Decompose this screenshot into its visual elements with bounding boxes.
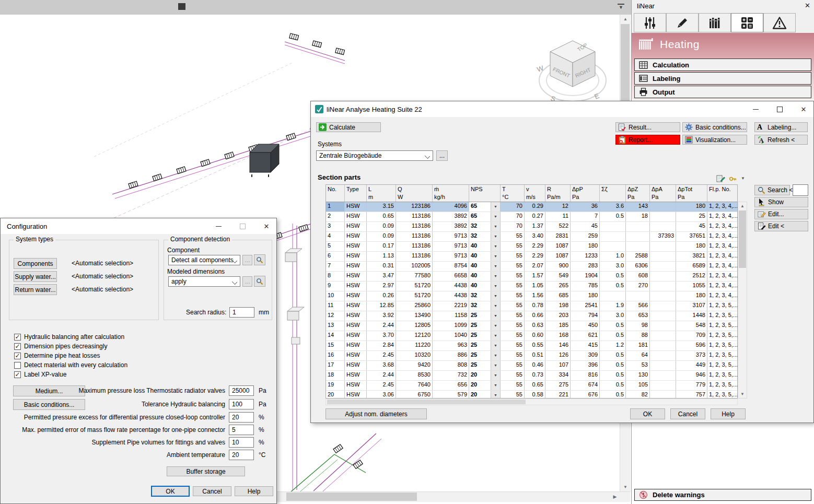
cancel-button[interactable]: Cancel <box>193 486 231 496</box>
table-row[interactable]: 1HSW3.15123186409665▼700.2912363.6143180… <box>326 202 737 212</box>
nps-dropdown-icon[interactable]: ▼ <box>491 321 501 331</box>
column-header-type[interactable]: Type <box>345 185 367 202</box>
component-browse-button[interactable]: ... <box>242 255 252 265</box>
nps-dropdown-icon[interactable]: ▼ <box>491 272 501 281</box>
table-row[interactable]: 3HSW0.09113186389232▼701.3752245451, 2, … <box>326 222 737 232</box>
tab-sliders[interactable] <box>634 13 666 32</box>
dropdown-icon[interactable]: ▼ <box>741 176 745 181</box>
section-parts-table[interactable]: No.TypeLmQWṁkg/hNPST°Cvm/sRPa/mΔpPPaΣζΔp… <box>325 184 738 398</box>
table-row[interactable]: 2HSW0.65113186389265▼700.271170.518251, … <box>326 212 737 222</box>
ok-button[interactable]: OK <box>151 486 190 497</box>
component-search-button[interactable] <box>254 254 265 265</box>
return-water-button[interactable]: Return water... <box>14 284 57 295</box>
dialog-title-bar[interactable]: Configuration ✕ <box>1 218 276 234</box>
nps-dropdown-icon[interactable]: ▼ <box>491 262 501 271</box>
dialog-title-bar[interactable]: liNear Analyse Heating Suite 22 ✕ <box>311 101 813 117</box>
edit-button[interactable]: Edit < <box>754 221 808 231</box>
table-row[interactable]: 15HSW2.841122096325▼550.551464151.218159… <box>326 341 737 351</box>
table-row[interactable]: 4HSW0.09113186971332▼553.402831259373933… <box>326 232 737 242</box>
delete-warnings-button[interactable]: Delete warnings <box>634 489 811 501</box>
scrollbar-thumb[interactable] <box>327 400 526 404</box>
help-button[interactable]: Help <box>711 408 746 419</box>
search-input[interactable] <box>793 184 808 196</box>
supply-water-button[interactable]: Supply water... <box>14 271 57 282</box>
nps-dropdown-icon[interactable]: ▼ <box>491 222 501 231</box>
scroll-up-icon[interactable]: ▲ <box>738 202 747 210</box>
column-header-q[interactable]: QW <box>396 185 433 202</box>
panel-button-calculation[interactable]: Calculation <box>634 58 811 71</box>
table-row[interactable]: 16HSW2.451032088625▼550.511263090.564373… <box>326 351 737 361</box>
checkbox-hydraulic-balancing-after-calculation[interactable]: ✓ <box>14 334 21 341</box>
nps-dropdown-icon[interactable]: ▼ <box>491 311 501 321</box>
nps-dropdown-icon[interactable]: ▼ <box>491 391 501 398</box>
scrollbar-thumb[interactable] <box>621 24 630 102</box>
table-row[interactable]: 6HSW1.13113186971340▼552.29108712331.025… <box>326 252 737 262</box>
nps-dropdown-icon[interactable]: ▼ <box>491 202 501 212</box>
scroll-up-icon[interactable]: ▲ <box>620 15 631 24</box>
nps-dropdown-icon[interactable]: ▼ <box>491 381 501 390</box>
table-row[interactable]: 19HSW2.45764065620▼550.652756740.5105779… <box>326 381 737 391</box>
table-vertical-scrollbar[interactable]: ▲ ▼ <box>738 202 747 398</box>
table-row[interactable]: 10HSW0.2651720443832▼551.566851801801, 2… <box>326 291 737 301</box>
minimize-button[interactable] <box>208 218 228 234</box>
column-header-pp[interactable]: ΔpPPa <box>571 185 600 202</box>
edit-button[interactable]: Edit... <box>754 209 808 219</box>
table-row[interactable]: 14HSW3.7012120104025▼550.601686210.58870… <box>326 331 737 341</box>
modeled-dimensions-combobox[interactable]: apply <box>168 276 240 287</box>
column-header-v[interactable]: vm/s <box>525 185 545 202</box>
close-icon[interactable]: ✕ <box>805 2 810 9</box>
column-header-[interactable]: Σζ <box>600 185 626 202</box>
refresh-button[interactable]: ARefresh < <box>754 135 808 145</box>
nps-dropdown-icon[interactable]: ▼ <box>491 351 501 360</box>
modeled-search-button[interactable] <box>254 276 265 287</box>
checkbox-determine-pipe-heat-losses[interactable]: ✓ <box>14 353 21 359</box>
column-header-pz[interactable]: ΔpZPa <box>626 185 650 202</box>
systems-browse-button[interactable]: ... <box>436 150 448 161</box>
column-header-l[interactable]: Lm <box>367 185 396 202</box>
doc-pencil-icon[interactable] <box>716 174 725 183</box>
cancel-button[interactable]: Cancel <box>670 408 705 419</box>
show-button[interactable]: Show <box>754 197 808 207</box>
column-header-fl-p-no[interactable]: Fl.p. No. <box>707 185 738 202</box>
param-input-permitted-pressure-excess-for-[interactable]: 20 <box>229 412 254 423</box>
column-header-nps[interactable]: NPS <box>469 185 501 202</box>
buffer-storage-button[interactable]: Buffer storage <box>167 466 245 476</box>
visualization-button[interactable]: Visualization... <box>682 135 747 145</box>
param-input-max-permitted-error-of-mass-fl[interactable]: 5 <box>229 425 254 435</box>
panel-button-labeling[interactable]: Labeling <box>634 72 811 85</box>
checkbox-detect-material-with-every-calculation[interactable] <box>14 362 21 369</box>
column-header-pa[interactable]: ΔpAPa <box>650 185 676 202</box>
nps-dropdown-icon[interactable]: ▼ <box>491 242 501 251</box>
nps-dropdown-icon[interactable]: ▼ <box>491 282 501 291</box>
nps-dropdown-icon[interactable]: ▼ <box>491 301 501 311</box>
table-row[interactable]: 8HSW3.4777580665840▼551.5754919040.56082… <box>326 272 737 282</box>
table-row[interactable]: 5HSW0.17113186971340▼552.2910871801801, … <box>326 242 737 252</box>
tab-pencil[interactable] <box>666 13 699 32</box>
report-button[interactable]: Report... <box>615 135 680 145</box>
column-header-t[interactable]: T°C <box>501 185 525 202</box>
search-radius-input[interactable]: 1 <box>229 307 254 318</box>
systems-combobox[interactable]: Zentrale Bürogebäude <box>316 150 433 161</box>
nps-dropdown-icon[interactable]: ▼ <box>491 252 501 261</box>
basic-conditions-button[interactable]: Basic conditions... <box>682 122 747 132</box>
column-header-ptot[interactable]: ΔpTotPa <box>676 185 707 202</box>
modeled-browse-button[interactable]: ... <box>242 276 252 287</box>
column-header-no[interactable]: No. <box>326 185 345 202</box>
search-button[interactable]: Search < <box>754 185 790 195</box>
calculate-button[interactable]: Calculate <box>316 122 381 132</box>
scroll-down-icon[interactable]: ▼ <box>738 390 747 398</box>
adjust-nom-diameters-button[interactable]: Adjust nom. diameters <box>325 408 427 419</box>
maximize-button[interactable] <box>770 101 789 117</box>
scrollbar-thumb[interactable] <box>739 210 746 268</box>
tab-calculator[interactable] <box>731 13 763 32</box>
param-input-ambient-temperature[interactable]: 20 <box>229 450 254 460</box>
close-button[interactable]: ✕ <box>794 101 813 117</box>
viewcube-west[interactable]: W <box>536 64 545 73</box>
param-input-supplement-pipe-volumes-for-fi[interactable]: 10 <box>229 437 254 448</box>
ok-button[interactable]: OK <box>630 408 665 419</box>
param-input-tolerance-hydraulic-balancing[interactable]: 100 <box>229 399 254 409</box>
nps-dropdown-icon[interactable]: ▼ <box>491 341 501 350</box>
table-row[interactable]: 7HSW0.31102005875440▼552.079002833.06306… <box>326 262 737 272</box>
tab-library[interactable] <box>699 13 731 32</box>
help-button[interactable]: Help <box>235 486 273 496</box>
